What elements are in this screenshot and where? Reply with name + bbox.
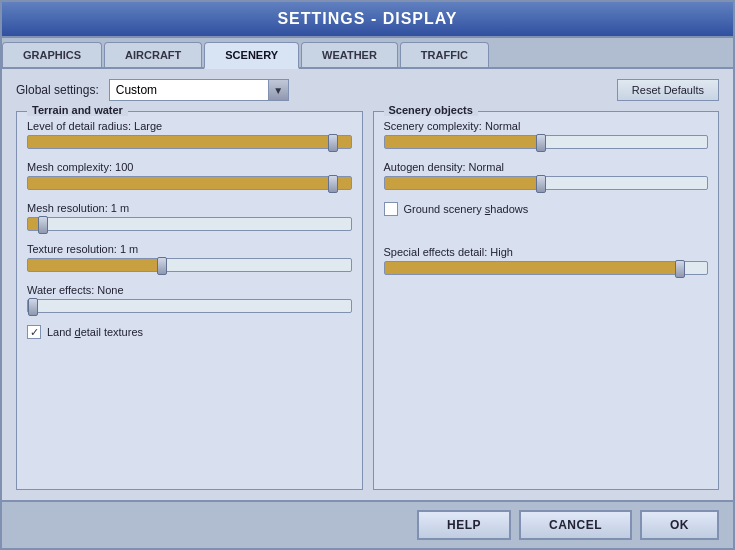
settings-window: SETTINGS - DISPLAY GRAPHICS AIRCRAFT SCE… — [0, 0, 735, 550]
autogen-density-row: Autogen density: Normal — [384, 161, 709, 190]
ground-scenery-shadows-checkbox[interactable] — [384, 202, 398, 216]
lod-radius-row: Level of detail radius: Large — [27, 120, 352, 149]
special-effects-label: Special effects detail: High — [384, 246, 709, 258]
autogen-density-slider[interactable] — [384, 176, 709, 190]
mesh-complexity-row: Mesh complexity: 100 — [27, 161, 352, 190]
water-effects-row: Water effects: None — [27, 284, 352, 313]
special-effects-slider[interactable] — [384, 261, 709, 275]
lod-radius-slider[interactable] — [27, 135, 352, 149]
autogen-density-label: Autogen density: Normal — [384, 161, 709, 173]
tabs-bar: GRAPHICS AIRCRAFT SCENERY WEATHER TRAFFI… — [2, 38, 733, 69]
global-settings-select[interactable]: Custom Low Medium High Ultra High — [109, 79, 269, 101]
texture-resolution-slider[interactable] — [27, 258, 352, 272]
texture-resolution-thumb[interactable] — [157, 257, 167, 275]
global-settings-row: Global settings: Custom Low Medium High … — [16, 79, 719, 101]
cancel-button[interactable]: CANCEL — [519, 510, 632, 540]
water-effects-thumb[interactable] — [28, 298, 38, 316]
texture-resolution-label: Texture resolution: 1 m — [27, 243, 352, 255]
terrain-panel: Terrain and water Level of detail radius… — [16, 111, 363, 490]
window-title: SETTINGS - DISPLAY — [277, 10, 457, 27]
ground-scenery-shadows-label: Ground scenery shadows — [404, 203, 529, 215]
mesh-resolution-row: Mesh resolution: 1 m — [27, 202, 352, 231]
global-settings-dropdown-wrapper: Custom Low Medium High Ultra High ▼ — [109, 79, 289, 101]
tab-aircraft[interactable]: AIRCRAFT — [104, 42, 202, 67]
special-effects-row: Special effects detail: High — [384, 246, 709, 275]
tab-scenery[interactable]: SCENERY — [204, 42, 299, 69]
tab-weather[interactable]: WEATHER — [301, 42, 398, 67]
lod-radius-thumb[interactable] — [328, 134, 338, 152]
ok-button[interactable]: OK — [640, 510, 719, 540]
water-effects-label: Water effects: None — [27, 284, 352, 296]
scenery-complexity-row: Scenery complexity: Normal — [384, 120, 709, 149]
ground-scenery-shadows-row: Ground scenery shadows — [384, 202, 709, 216]
mesh-complexity-slider[interactable] — [27, 176, 352, 190]
reset-defaults-button[interactable]: Reset Defaults — [617, 79, 719, 101]
content-area: Global settings: Custom Low Medium High … — [2, 69, 733, 500]
mesh-resolution-label: Mesh resolution: 1 m — [27, 202, 352, 214]
lod-radius-label: Level of detail radius: Large — [27, 120, 352, 132]
scenery-complexity-label: Scenery complexity: Normal — [384, 120, 709, 132]
land-detail-textures-checkbox[interactable]: ✓ — [27, 325, 41, 339]
footer: HELP CANCEL OK — [2, 500, 733, 548]
water-effects-slider[interactable] — [27, 299, 352, 313]
panels-row: Terrain and water Level of detail radius… — [16, 111, 719, 490]
scenery-complexity-slider[interactable] — [384, 135, 709, 149]
mesh-complexity-label: Mesh complexity: 100 — [27, 161, 352, 173]
help-button[interactable]: HELP — [417, 510, 511, 540]
scenery-panel-legend: Scenery objects — [384, 104, 478, 116]
mesh-complexity-thumb[interactable] — [328, 175, 338, 193]
mesh-resolution-slider[interactable] — [27, 217, 352, 231]
land-detail-textures-row: ✓ Land detail textures — [27, 325, 352, 339]
scenery-complexity-thumb[interactable] — [536, 134, 546, 152]
mesh-resolution-thumb[interactable] — [38, 216, 48, 234]
terrain-panel-legend: Terrain and water — [27, 104, 128, 116]
global-settings-label: Global settings: — [16, 83, 99, 97]
tab-traffic[interactable]: TRAFFIC — [400, 42, 489, 67]
dropdown-arrow-icon[interactable]: ▼ — [269, 79, 289, 101]
title-bar: SETTINGS - DISPLAY — [2, 2, 733, 38]
tab-graphics[interactable]: GRAPHICS — [2, 42, 102, 67]
autogen-density-thumb[interactable] — [536, 175, 546, 193]
scenery-panel: Scenery objects Scenery complexity: Norm… — [373, 111, 720, 490]
land-detail-textures-label: Land detail textures — [47, 326, 143, 338]
texture-resolution-row: Texture resolution: 1 m — [27, 243, 352, 272]
special-effects-thumb[interactable] — [675, 260, 685, 278]
